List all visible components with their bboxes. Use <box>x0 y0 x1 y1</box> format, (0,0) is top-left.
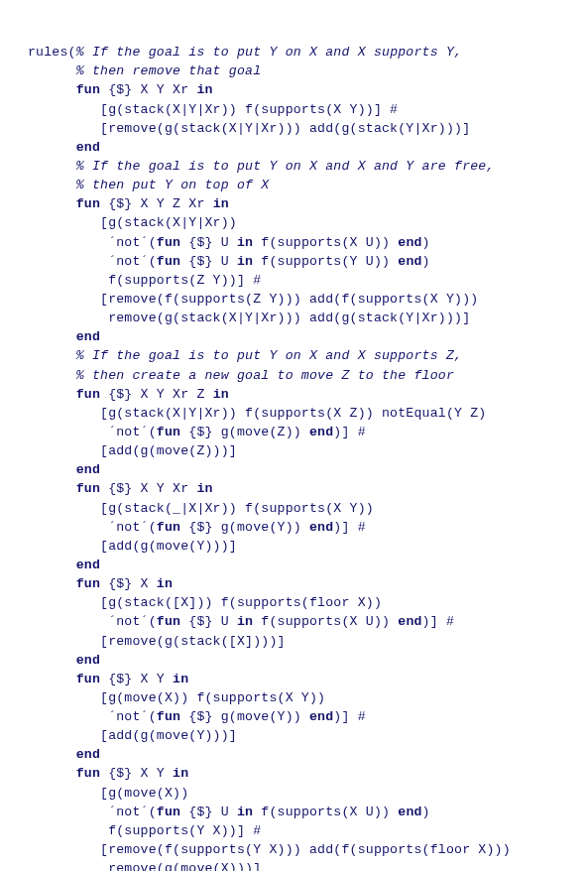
code-line: [remove(g(stack(X|Y|Xr))) add(g(stack(Y|… <box>28 121 470 136</box>
code-line: ´not´(fun {$} g(move(Y)) end)] # <box>28 520 366 535</box>
code-line: % then create a new goal to move Z to th… <box>28 368 454 383</box>
code-line: % then put Y on top of X <box>28 178 269 192</box>
code-line: fun {$} X Y Z Xr in <box>28 196 229 211</box>
code-line: [add(g(move(Y)))] <box>28 539 237 554</box>
code-line: ´not´(fun {$} U in f(supports(Y U)) end) <box>28 254 430 269</box>
code-line: % If the goal is to put Y on X and X and… <box>28 159 495 174</box>
code-line: end <box>28 140 100 155</box>
code-line: [g(stack([X])) f(supports(floor X)) <box>28 595 382 610</box>
code-line: ´not´(fun {$} U in f(supports(X U)) end) <box>28 805 430 819</box>
code-line: fun {$} X Y in <box>28 766 188 781</box>
code-line: f(supports(Y X))] # <box>28 823 261 838</box>
code-line: [add(g(move(Y)))] <box>28 728 237 743</box>
code-line: [remove(g(stack([X])))] <box>28 634 286 649</box>
code-line: rules(% If the goal is to put Y on X and… <box>28 45 462 60</box>
code-line: [remove(f(supports(Z Y))) add(f(supports… <box>28 292 478 307</box>
code-line: % then remove that goal <box>28 63 261 78</box>
code-line: ´not´(fun {$} U in f(supports(X U)) end)… <box>28 614 454 629</box>
code-line: ´not´(fun {$} g(move(Y)) end)] # <box>28 709 366 724</box>
code-line: end <box>28 747 100 762</box>
code-line: end <box>28 558 100 572</box>
code-line: [g(move(X)) f(supports(X Y)) <box>28 690 325 705</box>
code-line: [g(stack(X|Y|Xr)) <box>28 215 237 230</box>
code-line: % If the goal is to put Y on X and X sup… <box>28 348 462 363</box>
code-line: [add(g(move(Z)))] <box>28 443 237 458</box>
code-line: end <box>28 462 100 477</box>
code-line: fun {$} X in <box>28 576 173 591</box>
code-block: rules(% If the goal is to put Y on X and… <box>28 24 568 871</box>
code-line: [g(stack(X|Y|Xr)) f(supports(X Z)) notEq… <box>28 406 487 421</box>
code-line: fun {$} X Y in <box>28 672 188 686</box>
code-line: [g(stack(_|X|Xr)) f(supports(X Y)) <box>28 501 374 516</box>
code-line: f(supports(Z Y))] # <box>28 273 261 288</box>
code-line: fun {$} X Y Xr in <box>28 481 213 496</box>
code-line: end <box>28 653 100 668</box>
code-line: [g(stack(X|Y|Xr)) f(supports(X Y))] # <box>28 102 398 117</box>
code-line: remove(g(stack(X|Y|Xr))) add(g(stack(Y|X… <box>28 311 470 325</box>
code-line: remove(g(move(X)))] <box>28 861 261 871</box>
code-line: ´not´(fun {$} g(move(Z)) end)] # <box>28 425 366 439</box>
code-line: end <box>28 329 100 344</box>
code-line: [remove(f(supports(Y X))) add(f(supports… <box>28 842 511 857</box>
code-line: ´not´(fun {$} U in f(supports(X U)) end) <box>28 235 430 250</box>
code-line: fun {$} X Y Xr Z in <box>28 387 229 402</box>
code-line: [g(move(X)) <box>28 786 188 801</box>
code-line: fun {$} X Y Xr in <box>28 82 213 97</box>
